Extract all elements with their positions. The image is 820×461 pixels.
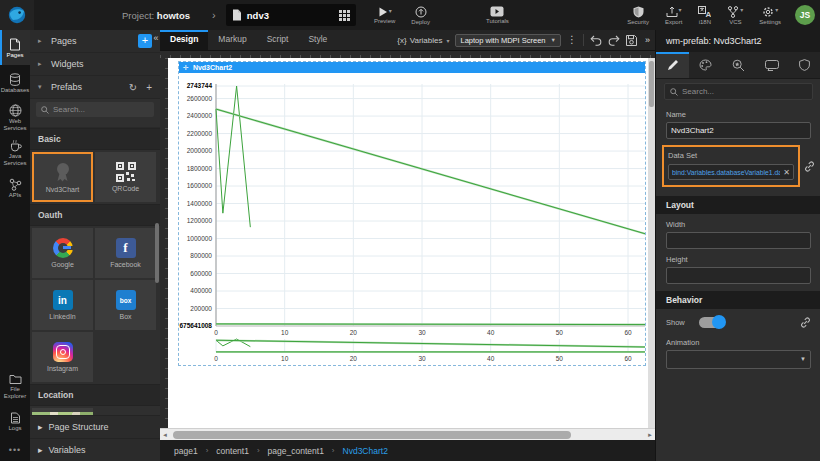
page-canvas[interactable]: 2743744260000024000002200000200000018000… xyxy=(168,58,648,428)
rail-more-button[interactable]: ••• xyxy=(0,439,30,461)
section-pages[interactable]: ▸ Pages + xyxy=(30,30,160,53)
tab-markup[interactable]: Markup xyxy=(208,30,256,50)
animation-select[interactable]: ▼ xyxy=(666,350,811,369)
settings-button[interactable]: ▾ Settings xyxy=(753,0,787,30)
dataset-highlight-box: Data Set bind:Variables.databaseVariable… xyxy=(662,145,800,187)
section-prefabs[interactable]: ▾ Prefabs ↻ + xyxy=(30,76,160,99)
qr-code-icon xyxy=(116,162,136,182)
bind-link-icon[interactable] xyxy=(800,317,811,328)
breadcrumb-page-content1[interactable]: page_content1 xyxy=(268,446,324,456)
tab-devices[interactable] xyxy=(755,52,788,78)
tab-design[interactable]: Design xyxy=(160,30,208,50)
svg-text:40: 40 xyxy=(487,329,495,336)
scroll-right-icon[interactable]: ► xyxy=(645,432,655,438)
breadcrumb-content1[interactable]: content1 xyxy=(216,446,249,456)
tab-script[interactable]: Script xyxy=(257,30,299,50)
chevron-right-icon: › xyxy=(332,446,335,455)
bind-link-icon[interactable] xyxy=(804,161,815,172)
scroll-left-icon[interactable]: ◄ xyxy=(160,432,170,438)
sidebar-item-pages[interactable]: Pages xyxy=(0,30,30,65)
tab-properties[interactable] xyxy=(656,52,689,78)
rail-spacer xyxy=(0,205,30,369)
save-button[interactable] xyxy=(626,35,637,46)
java-cup-icon xyxy=(9,139,22,152)
widget-title-bar[interactable]: ✛ Nvd3Chart2 xyxy=(179,62,645,73)
tab-style[interactable]: Style xyxy=(298,30,337,50)
vcs-button[interactable]: ▾ VCS xyxy=(721,0,749,30)
chevron-down-icon: ▾ xyxy=(38,83,45,91)
width-input[interactable] xyxy=(666,232,811,249)
breadcrumb-page1[interactable]: page1 xyxy=(174,446,198,456)
section-variables[interactable]: ▸ Variables xyxy=(30,438,160,461)
search-icon xyxy=(670,88,678,96)
prefab-tile-qrcode[interactable]: QRCode xyxy=(95,152,156,202)
tab-events[interactable] xyxy=(722,52,755,78)
sidebar-item-web-services[interactable]: Web Services xyxy=(0,100,30,135)
property-inspector: wm-prefab: Nvd3Chart2 Search... Name Dat… xyxy=(655,30,820,461)
sidebar-item-apis[interactable]: APIs xyxy=(0,170,30,205)
svg-text:50: 50 xyxy=(556,355,564,362)
show-toggle[interactable] xyxy=(699,317,725,328)
variables-dropdown[interactable]: {x} Variables ▾ xyxy=(397,36,449,45)
prefab-search-input[interactable]: Search... xyxy=(36,102,154,117)
video-icon xyxy=(490,6,504,17)
svg-text:1400000: 1400000 xyxy=(187,200,213,207)
section-page-structure[interactable]: ▸ Page Structure xyxy=(30,415,160,438)
top-bar: Project: howtos › ndv3 ▾ Preview Deploy xyxy=(0,0,820,30)
page-tab-ndv3[interactable]: ndv3 xyxy=(226,4,356,26)
canvas-vertical-scrollbar[interactable] xyxy=(648,58,655,428)
svg-text:10: 10 xyxy=(281,355,289,362)
tutorials-button[interactable]: Tutorials xyxy=(480,0,515,30)
undo-button[interactable] xyxy=(590,35,602,46)
prefab-tile-instagram[interactable]: Instagram xyxy=(32,332,93,382)
preview-button[interactable]: ▾ Preview xyxy=(368,0,401,30)
refresh-icon[interactable]: ↻ xyxy=(129,82,137,93)
sidebar-item-java-services[interactable]: Java Services xyxy=(0,135,30,170)
prefab-tile-box[interactable]: box Box xyxy=(95,280,156,330)
export-icon xyxy=(666,6,678,18)
height-input[interactable] xyxy=(666,267,811,284)
inspector-search-input[interactable]: Search... xyxy=(664,83,813,100)
design-canvas: 2743744260000024000002200000200000018000… xyxy=(160,50,655,440)
name-input[interactable] xyxy=(666,122,811,139)
chevron-down-icon: ▾ xyxy=(679,6,682,13)
inspector-tabs xyxy=(656,52,820,79)
user-avatar[interactable]: JS xyxy=(795,5,815,25)
grid-icon[interactable] xyxy=(339,10,350,21)
tab-security[interactable] xyxy=(788,52,820,78)
play-icon xyxy=(378,7,388,17)
svg-text:1200000: 1200000 xyxy=(187,217,213,224)
deploy-button[interactable]: Deploy xyxy=(405,0,436,30)
export-button[interactable]: ▾ Export xyxy=(659,0,688,30)
security-button[interactable]: Security xyxy=(621,0,655,30)
palette-scrollbar[interactable] xyxy=(155,223,159,283)
nvd3chart-widget[interactable]: 2743744260000024000002200000200000018000… xyxy=(178,61,646,366)
prefab-tile-location[interactable] xyxy=(32,408,93,415)
import-prefab-button[interactable]: + xyxy=(146,82,152,93)
i18n-button[interactable]: A i18N xyxy=(692,0,717,30)
tab-styles[interactable] xyxy=(689,52,722,78)
log-file-icon xyxy=(10,412,21,424)
redo-button[interactable] xyxy=(608,35,620,46)
section-widgets[interactable]: ▸ Widgets xyxy=(30,53,160,76)
prefab-tile-linkedin[interactable]: in LinkedIn xyxy=(32,280,93,330)
scrollbar-thumb[interactable] xyxy=(173,431,571,439)
clear-binding-icon[interactable]: ✕ xyxy=(783,168,790,177)
svg-text:1000000: 1000000 xyxy=(187,235,213,242)
device-selector[interactable]: Laptop with MDPI Screen ▼ xyxy=(455,34,561,47)
prefab-tile-nvd3chart[interactable]: Nvd3Chart xyxy=(32,152,93,202)
search-star-icon xyxy=(732,59,745,72)
prefab-tile-google[interactable]: Google xyxy=(32,228,93,278)
svg-text:20: 20 xyxy=(350,329,358,336)
show-label: Show xyxy=(666,318,685,327)
svg-text:2743744: 2743744 xyxy=(187,82,213,89)
collapse-inspector-button[interactable]: » xyxy=(643,35,652,45)
sidebar-item-logs[interactable]: Logs xyxy=(0,404,30,439)
dataset-input[interactable]: bind:Variables.databaseVariable1.dataSet… xyxy=(668,164,794,180)
breadcrumb-nvd3chart2[interactable]: Nvd3Chart2 xyxy=(343,446,388,456)
sidebar-item-databases[interactable]: Databases xyxy=(0,65,30,100)
collapse-palette-button[interactable]: « xyxy=(150,33,162,47)
sidebar-item-file-explorer[interactable]: File Explorer xyxy=(0,369,30,404)
kebab-menu-icon[interactable]: ⋮ xyxy=(567,35,577,45)
prefab-tile-facebook[interactable]: f Facebook xyxy=(95,228,156,278)
